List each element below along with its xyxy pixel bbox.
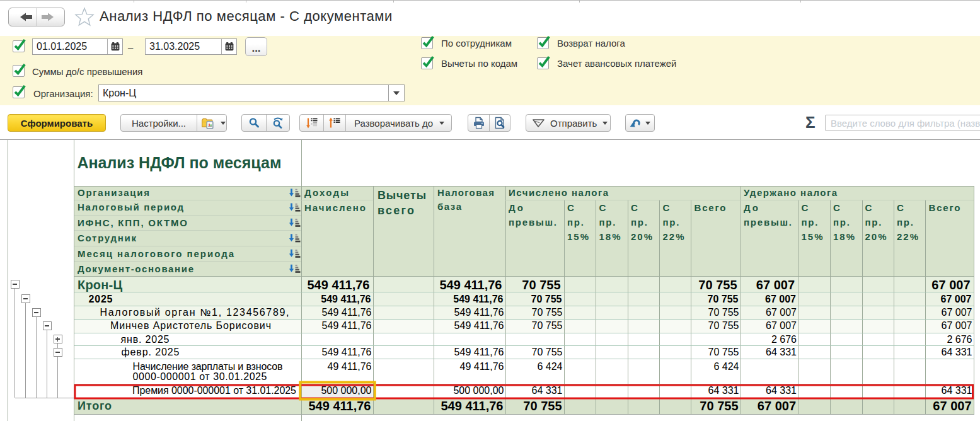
svg-text:70 755: 70 755 xyxy=(700,399,738,413)
svg-text:2 676: 2 676 xyxy=(947,334,972,345)
svg-text:500 000,00: 500 000,00 xyxy=(321,385,371,396)
svg-text:Минчев Аристотель Борисович: Минчев Аристотель Борисович xyxy=(110,320,271,331)
svg-text:Начислено: Начислено xyxy=(304,202,366,213)
svg-text:549 411,76: 549 411,76 xyxy=(453,294,503,304)
svg-text:549 411,76: 549 411,76 xyxy=(308,278,370,292)
svg-text:70 755: 70 755 xyxy=(532,347,563,357)
svg-text:67 007: 67 007 xyxy=(941,294,972,304)
svg-text:70 755: 70 755 xyxy=(708,294,739,304)
svg-text:67 007: 67 007 xyxy=(766,320,797,331)
svg-text:пр.: пр. xyxy=(663,217,679,228)
svg-text:С: С xyxy=(663,202,670,213)
svg-text:67 007: 67 007 xyxy=(931,278,970,292)
svg-text:64 331: 64 331 xyxy=(766,347,797,357)
svg-text:67 007: 67 007 xyxy=(933,399,971,413)
svg-text:6 424: 6 424 xyxy=(537,361,562,372)
svg-text:С: С xyxy=(631,202,638,213)
svg-text:С: С xyxy=(865,202,872,213)
svg-text:67 007: 67 007 xyxy=(765,294,796,304)
svg-text:20%: 20% xyxy=(631,231,652,242)
svg-text:пр.: пр. xyxy=(865,217,882,228)
svg-text:Всего: Всего xyxy=(929,202,960,213)
svg-text:Налоговая: Налоговая xyxy=(437,187,494,198)
svg-text:67 007: 67 007 xyxy=(766,307,797,318)
svg-text:Итого: Итого xyxy=(78,400,112,412)
svg-text:500 000,00: 500 000,00 xyxy=(453,385,504,396)
svg-text:превыш.: превыш. xyxy=(509,217,556,228)
svg-text:549 411,76: 549 411,76 xyxy=(322,347,372,357)
svg-text:549 411,76: 549 411,76 xyxy=(309,399,371,413)
svg-text:Организация: Организация xyxy=(78,187,149,198)
svg-text:49 411,76: 49 411,76 xyxy=(328,361,372,372)
svg-text:Доходы: Доходы xyxy=(304,187,349,198)
svg-text:70 755: 70 755 xyxy=(532,307,563,318)
svg-text:янв. 2025: янв. 2025 xyxy=(121,334,170,345)
svg-text:18%: 18% xyxy=(599,231,621,242)
svg-text:2025: 2025 xyxy=(89,294,113,304)
svg-text:0000-000001 от 30.01.2025: 0000-000001 от 30.01.2025 xyxy=(133,371,267,382)
svg-text:Всего: Всего xyxy=(695,202,726,213)
svg-text:67 007: 67 007 xyxy=(942,307,972,318)
svg-text:пр.: пр. xyxy=(567,217,584,228)
svg-text:67 007: 67 007 xyxy=(756,278,795,292)
svg-text:2 676: 2 676 xyxy=(771,334,797,345)
svg-text:Начисление зарплаты и взносов: Начисление зарплаты и взносов xyxy=(133,361,283,372)
svg-text:18%: 18% xyxy=(833,231,855,242)
svg-text:70 755: 70 755 xyxy=(708,307,739,318)
svg-text:64 331: 64 331 xyxy=(942,385,972,396)
svg-text:70 755: 70 755 xyxy=(532,320,563,331)
svg-text:пр.: пр. xyxy=(599,217,616,228)
svg-text:С: С xyxy=(567,202,574,213)
svg-text:549 411,76: 549 411,76 xyxy=(440,278,502,292)
svg-text:549 411,76: 549 411,76 xyxy=(321,294,371,304)
svg-text:64 331: 64 331 xyxy=(532,385,563,396)
svg-text:64 331: 64 331 xyxy=(708,385,739,396)
svg-text:549 411,76: 549 411,76 xyxy=(322,320,372,331)
svg-text:70 755: 70 755 xyxy=(522,278,560,292)
svg-text:15%: 15% xyxy=(567,231,589,242)
svg-text:64 331: 64 331 xyxy=(766,385,797,396)
svg-text:70 755: 70 755 xyxy=(708,347,739,357)
svg-text:70 755: 70 755 xyxy=(708,320,739,331)
svg-text:Анализ НДФЛ по месяцам: Анализ НДФЛ по месяцам xyxy=(77,154,281,171)
svg-text:С: С xyxy=(897,202,904,213)
svg-text:549 411,76: 549 411,76 xyxy=(454,307,504,318)
svg-text:превыш.: превыш. xyxy=(744,217,792,228)
svg-text:Документ-основание: Документ-основание xyxy=(78,263,193,274)
svg-text:пр.: пр. xyxy=(802,217,818,228)
svg-text:70 755: 70 755 xyxy=(531,294,562,304)
svg-text:Крон-Ц: Крон-Ц xyxy=(78,278,122,292)
svg-text:Налоговый орган №1, 123456789,: Налоговый орган №1, 123456789, xyxy=(100,307,289,318)
svg-text:549 411,76: 549 411,76 xyxy=(322,307,372,318)
svg-text:С: С xyxy=(833,202,840,213)
svg-text:6 424: 6 424 xyxy=(713,361,739,372)
svg-text:пр.: пр. xyxy=(631,217,647,228)
svg-text:С: С xyxy=(802,202,809,213)
svg-text:февр. 2025: февр. 2025 xyxy=(122,347,180,357)
svg-text:Удержано налога: Удержано налога xyxy=(744,187,838,198)
svg-text:Сотрудник: Сотрудник xyxy=(78,233,136,243)
svg-text:Исчислено налога: Исчислено налога xyxy=(509,187,609,198)
svg-text:67 007: 67 007 xyxy=(942,320,972,331)
svg-text:67 007: 67 007 xyxy=(758,399,796,413)
svg-text:64 331: 64 331 xyxy=(942,347,972,357)
svg-text:всего: всего xyxy=(378,204,414,217)
svg-text:549 411,76: 549 411,76 xyxy=(441,399,504,413)
svg-text:пр.: пр. xyxy=(833,217,850,228)
svg-text:Премия 0000-000001 от 31.01.20: Премия 0000-000001 от 31.01.2025 xyxy=(132,385,296,396)
svg-text:22%: 22% xyxy=(663,231,684,242)
svg-text:пр.: пр. xyxy=(897,217,913,228)
svg-text:Вычеты: Вычеты xyxy=(378,189,426,202)
svg-text:15%: 15% xyxy=(802,231,823,242)
svg-text:49 411,76: 49 411,76 xyxy=(460,361,504,372)
svg-text:549 411,76: 549 411,76 xyxy=(454,320,504,331)
svg-text:С: С xyxy=(599,202,606,213)
svg-text:22%: 22% xyxy=(897,231,918,242)
svg-text:Налоговый период: Налоговый период xyxy=(78,202,183,212)
svg-text:70 755: 70 755 xyxy=(698,278,737,292)
svg-text:70 755: 70 755 xyxy=(523,399,562,413)
svg-text:549 411,76: 549 411,76 xyxy=(454,347,504,357)
svg-text:20%: 20% xyxy=(865,231,887,242)
